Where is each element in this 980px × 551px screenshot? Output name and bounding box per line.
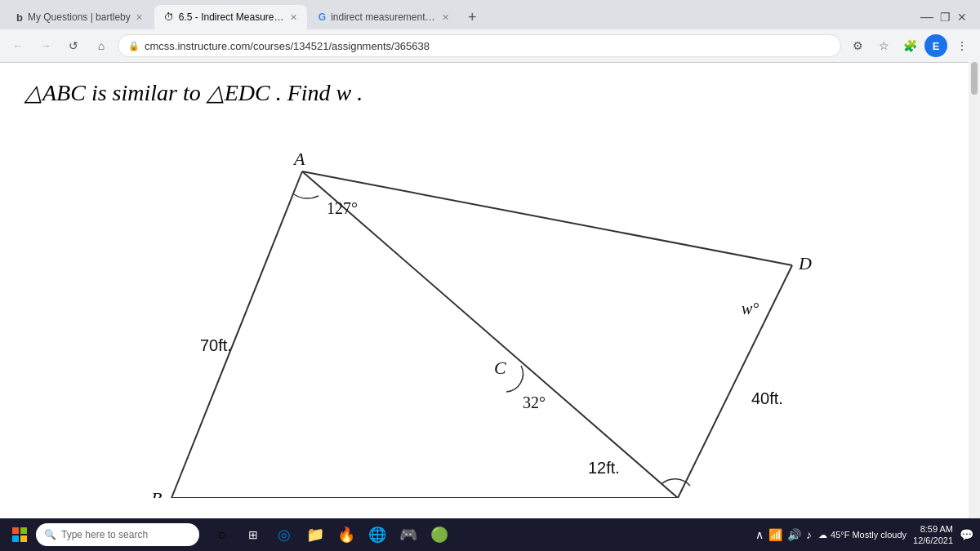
taskbar-app-icons: ○ ⊞ ◎ 📁 🔥 🌐 🎮 🟢 [209,522,452,548]
title-similar-text: is similar to [91,80,207,105]
svg-rect-7 [12,535,19,542]
taskbar-chevron[interactable]: ∧ [755,528,764,541]
indirect-icon: ⏱ [164,11,174,23]
taskbar-volume[interactable]: 🔊 [787,528,801,541]
weather-icon: ☁ [818,530,827,540]
angle-c-label: 32° [523,393,546,411]
problem-title: △ABC is similar to △EDC . Find w . [24,79,956,106]
taskbar-right: ∧ 📶 🔊 ♪ ☁ 45°F Mostly cloudy 8:59 AM 12/… [755,523,973,547]
side-de-label: 40ft. [751,389,783,407]
bookmark-button[interactable]: ☆ [872,34,895,57]
angle-a-label: 127° [327,199,358,217]
taskbar-network[interactable]: 📶 [768,528,782,541]
tab-google[interactable]: G indirect measurement - Google S ✕ [309,5,459,29]
svg-rect-6 [20,527,27,534]
title-var-w: w [336,80,352,105]
taskbar-firefox[interactable]: 🔥 [333,522,359,548]
start-button[interactable] [7,522,33,548]
scrollbar[interactable] [969,62,980,518]
tab-bartleby-label: My Questions | bartleby [28,11,131,23]
tab-google-close[interactable]: ✕ [442,12,449,23]
url-text: cmcss.instructure.com/courses/134521/ass… [145,40,430,52]
vertex-b-label: B [151,488,162,498]
minimize-button[interactable]: — [920,10,933,24]
search-bar[interactable]: 🔍 Type here to search [36,523,199,546]
title-find-text: . Find [276,80,336,105]
search-icon: 🔍 [44,529,56,540]
title-period: . [357,80,363,105]
weather-text: 45°F Mostly cloudy [831,530,906,540]
taskbar-edge[interactable]: ◎ [271,522,297,548]
side-ab-label: 70ft. [200,336,232,354]
svg-line-2 [302,171,678,498]
vertex-a-label: A [292,149,305,169]
svg-line-4 [302,171,792,265]
taskbar-app7[interactable]: 🟢 [426,522,452,548]
browser-nav: ← → ↺ ⌂ 🔒 cmcss.instructure.com/courses/… [0,29,980,62]
side-ce-label: 12ft. [588,459,620,477]
taskbar-files[interactable]: 📁 [302,522,328,548]
svg-line-3 [678,265,792,498]
forward-button[interactable]: → [34,34,57,57]
clock-display[interactable]: 8:59 AM 12/6/2021 [913,523,953,547]
back-button[interactable]: ← [7,34,29,57]
taskbar-speaker[interactable]: ♪ [806,528,812,541]
tab-bartleby[interactable]: b My Questions | bartleby ✕ [7,5,153,29]
tab-indirect-close[interactable]: ✕ [290,12,297,23]
extensions2-button[interactable]: 🧩 [898,34,921,57]
date-display: 12/6/2021 [913,535,953,546]
tab-google-label: indirect measurement - Google S [331,11,437,23]
vertex-c-label: C [494,358,506,378]
angle-w-label: w° [742,300,759,318]
svg-rect-5 [12,527,19,534]
page-content: △ABC is similar to △EDC . Find w . [0,63,980,519]
system-icons: ∧ 📶 🔊 ♪ [755,528,812,541]
taskbar-taskview[interactable]: ⊞ [240,522,266,548]
new-tab-button[interactable]: + [461,6,483,29]
address-bar[interactable]: 🔒 cmcss.instructure.com/courses/134521/a… [118,34,841,57]
google-icon: G [318,11,326,23]
close-button[interactable]: ✕ [957,11,967,24]
refresh-button[interactable]: ↺ [62,34,85,57]
svg-rect-8 [20,535,27,542]
weather-display[interactable]: ☁ 45°F Mostly cloudy [818,530,906,540]
maximize-button[interactable]: ❐ [940,11,951,24]
taskbar-app6[interactable]: 🎮 [395,522,421,548]
profile-button[interactable]: E [924,34,947,57]
title-triangle-abc: △ABC [24,80,86,105]
title-triangle-edc: △EDC [207,80,270,105]
taskbar-chrome[interactable]: 🌐 [364,522,390,548]
time-display: 8:59 AM [913,523,953,535]
extensions-button[interactable]: ⚙ [846,34,869,57]
browser-chrome: b My Questions | bartleby ✕ ⏱ 6.5 - Indi… [0,0,980,63]
tab-indirect-label: 6.5 - Indirect Measurement [179,11,285,23]
bartleby-icon: b [16,11,23,24]
notification-button[interactable]: 💬 [960,528,973,541]
menu-button[interactable]: ⋮ [951,34,973,57]
home-button[interactable]: ⌂ [90,34,113,57]
diagram-container: A B C D E 127° 32° w° 70ft. 98ft. 12ft. … [122,122,858,498]
search-placeholder: Type here to search [61,529,148,540]
svg-line-0 [172,171,302,498]
tab-bartleby-close[interactable]: ✕ [136,12,143,23]
geometry-diagram: A B C D E 127° 32° w° 70ft. 98ft. 12ft. … [122,122,858,498]
taskbar: 🔍 Type here to search ○ ⊞ ◎ 📁 🔥 🌐 🎮 🟢 ∧ … [0,518,980,551]
vertex-d-label: D [798,253,812,273]
tab-indirect[interactable]: ⏱ 6.5 - Indirect Measurement ✕ [154,5,307,29]
scrollbar-thumb[interactable] [971,62,978,95]
lock-icon: 🔒 [128,41,140,51]
tab-bar: b My Questions | bartleby ✕ ⏱ 6.5 - Indi… [0,0,980,29]
nav-right-controls: ⚙ ☆ 🧩 E ⋮ [846,34,973,57]
taskbar-cortana[interactable]: ○ [209,522,235,548]
